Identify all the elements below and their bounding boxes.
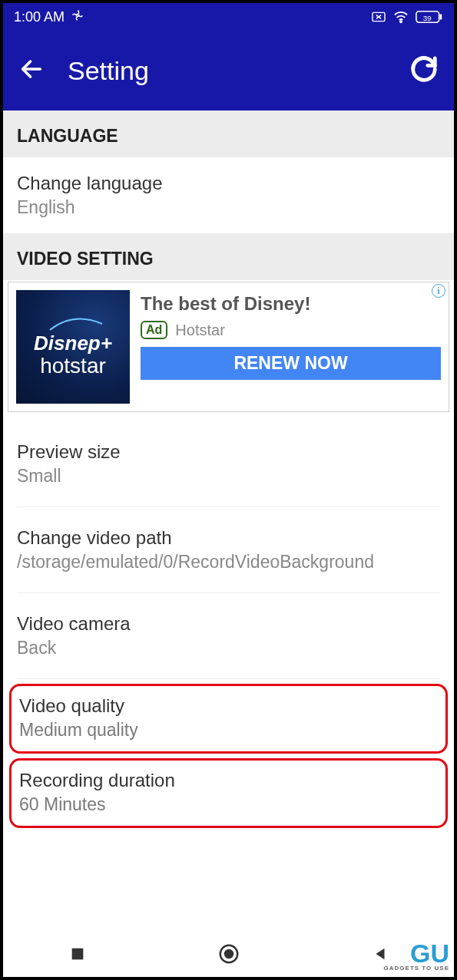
setting-recording-duration-highlighted[interactable]: Recording duration 60 Minutes — [9, 758, 448, 828]
nav-home-icon[interactable] — [217, 942, 240, 965]
setting-value: /storage/emulated/0/RecordVideoBackgroun… — [17, 552, 440, 572]
setting-title: Recording duration — [19, 770, 438, 791]
ad-logo: Disnep+ hotstar — [16, 290, 130, 404]
svg-rect-7 — [71, 949, 83, 960]
section-header-language: LANGUAGE — [3, 111, 454, 157]
svg-point-0 — [77, 14, 79, 16]
ad-banner[interactable]: i Disnep+ hotstar The best of Disney! Ad… — [8, 282, 449, 412]
setting-title: Change video path — [17, 527, 440, 549]
status-bar: 1:00 AM 39 — [3, 3, 454, 31]
ad-tag: Ad — [141, 321, 167, 339]
setting-video-path[interactable]: Change video path /storage/emulated/0/Re… — [3, 512, 454, 588]
nav-recent-icon[interactable] — [69, 945, 86, 962]
divider — [17, 678, 440, 679]
divider — [17, 592, 440, 593]
ad-info-icon[interactable]: i — [432, 284, 445, 298]
ad-cta-button[interactable]: RENEW NOW — [141, 347, 441, 380]
close-box-icon — [371, 11, 386, 23]
ad-logo-line1: Disnep+ — [34, 332, 112, 355]
app-bar: Setting — [3, 31, 454, 111]
watermark: GU GADGETS TO USE — [384, 942, 449, 971]
setting-title: Change language — [17, 173, 440, 194]
svg-point-9 — [224, 949, 233, 959]
section-header-video: VIDEO SETTING — [3, 233, 454, 280]
divider — [17, 506, 440, 507]
wifi-icon — [392, 10, 409, 24]
setting-title: Preview size — [17, 441, 440, 463]
setting-value: Small — [17, 466, 440, 487]
setting-title: Video quality — [19, 695, 438, 717]
setting-change-language[interactable]: Change language English — [3, 157, 454, 233]
refresh-icon[interactable] — [409, 54, 439, 87]
setting-value: Back — [17, 638, 440, 658]
ad-logo-line2: hotstar — [40, 354, 106, 378]
battery-icon: 39 — [416, 10, 443, 24]
svg-text:39: 39 — [423, 14, 432, 22]
svg-point-2 — [400, 21, 402, 22]
setting-preview-size[interactable]: Preview size Small — [3, 426, 454, 502]
setting-value: Medium quality — [19, 720, 438, 741]
setting-video-quality-highlighted[interactable]: Video quality Medium quality — [9, 684, 448, 754]
page-title: Setting — [68, 56, 386, 86]
setting-value: 60 Minutes — [19, 794, 438, 815]
status-time: 1:00 AM — [14, 9, 65, 25]
setting-value: English — [17, 197, 440, 218]
back-icon[interactable] — [18, 56, 45, 85]
ad-headline: The best of Disney! — [141, 293, 441, 315]
watermark-sub: GADGETS TO USE — [384, 965, 449, 971]
fan-icon — [71, 8, 84, 26]
setting-title: Video camera — [17, 613, 440, 635]
svg-rect-4 — [440, 14, 442, 19]
watermark-main: GU — [410, 939, 449, 968]
ad-advertiser: Hotstar — [175, 322, 224, 339]
setting-video-camera[interactable]: Video camera Back — [3, 598, 454, 674]
